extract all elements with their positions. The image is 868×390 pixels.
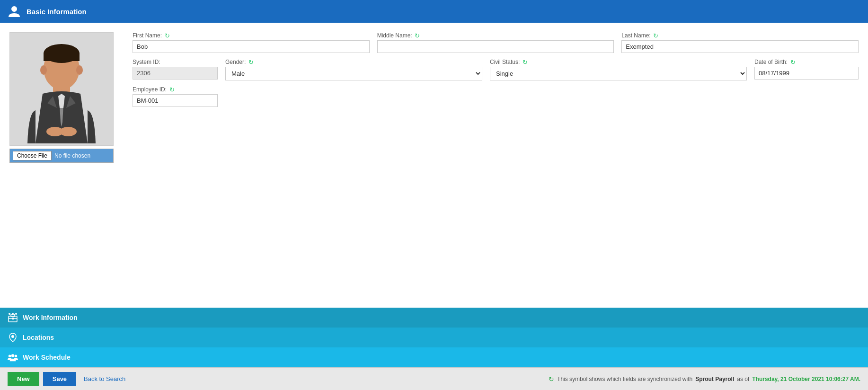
basic-info-section: Choose File No file chosen First Name: ↻…: [0, 23, 868, 308]
form-col: First Name: ↻ Middle Name: ↻ Last Name:: [133, 32, 859, 303]
avatar-box: [9, 32, 114, 146]
first-name-label: First Name: ↻: [133, 32, 370, 39]
employee-id-group: Employee ID: ↻: [133, 86, 218, 107]
first-name-sync-icon: ↻: [164, 32, 170, 39]
gender-select[interactable]: Male Female: [225, 67, 482, 80]
empid-row: Employee ID: ↻: [133, 86, 859, 107]
work-info-section[interactable]: Work Information: [0, 308, 868, 328]
employee-id-sync-icon: ↻: [168, 86, 175, 93]
as-of-text: as of: [737, 376, 749, 382]
civil-status-select[interactable]: Single Married Widowed Separated: [490, 67, 747, 80]
footer-bar: New Save Back to Search ↻ This symbol sh…: [0, 367, 868, 390]
first-name-group: First Name: ↻: [133, 32, 370, 53]
last-name-group: Last Name: ↻: [621, 32, 859, 53]
gender-group: Gender: ↻ Male Female: [225, 59, 482, 80]
dob-sync-icon: ↻: [789, 59, 796, 65]
system-id-input: [133, 67, 218, 80]
main-content: Choose File No file chosen First Name: ↻…: [0, 23, 868, 367]
sprout-brand: Sprout Payroll: [695, 376, 734, 382]
last-name-label: Last Name: ↻: [621, 32, 859, 39]
location-icon: [8, 332, 18, 343]
svg-rect-6: [44, 53, 80, 61]
work-schedule-section[interactable]: Work Schedule: [0, 347, 868, 367]
svg-point-10: [60, 127, 77, 136]
system-id-label: System ID:: [133, 59, 218, 65]
middle-name-label: Middle Name: ↻: [377, 32, 614, 39]
footer-left: New Save Back to Search: [8, 372, 129, 386]
gender-label: Gender: ↻: [225, 59, 482, 65]
work-schedule-label: Work Schedule: [23, 354, 71, 361]
civil-status-group: Civil Status: ↻ Single Married Widowed S…: [490, 59, 747, 80]
work-info-icon: [8, 312, 18, 323]
svg-point-20: [11, 354, 14, 357]
system-id-group: System ID:: [133, 59, 218, 80]
svg-point-18: [11, 335, 14, 338]
new-button[interactable]: New: [8, 372, 39, 386]
civil-status-sync-icon: ↻: [522, 59, 528, 65]
back-to-search-button[interactable]: Back to Search: [80, 372, 129, 386]
svg-point-16: [12, 313, 14, 315]
file-input-row[interactable]: Choose File No file chosen: [9, 149, 114, 163]
avatar-col: Choose File No file chosen: [9, 32, 123, 303]
svg-point-7: [40, 65, 47, 75]
svg-point-8: [76, 65, 83, 75]
name-row: First Name: ↻ Middle Name: ↻ Last Name:: [133, 32, 859, 53]
svg-point-19: [9, 355, 11, 358]
header-bar: Basic Information: [0, 0, 868, 23]
locations-label: Locations: [23, 334, 54, 341]
last-name-input[interactable]: [621, 40, 859, 53]
svg-rect-14: [12, 318, 14, 319]
first-name-input[interactable]: [133, 40, 370, 53]
file-label: No file chosen: [54, 152, 90, 159]
page-title: Basic Information: [27, 8, 87, 16]
locations-section[interactable]: Locations: [0, 328, 868, 347]
id-row: System ID: Gender: ↻ Male Female: [133, 59, 859, 80]
middle-name-sync-icon: ↻: [414, 32, 421, 39]
dob-label: Date of Birth: ↻: [754, 59, 859, 65]
person-icon: [7, 4, 22, 19]
middle-name-group: Middle Name: ↻: [377, 32, 614, 53]
work-info-label: Work Information: [23, 314, 78, 321]
work-schedule-icon: [8, 352, 18, 363]
sync-date: Thursday, 21 October 2021 10:06:27 AM.: [752, 376, 860, 382]
svg-point-0: [11, 6, 17, 12]
last-name-sync-icon: ↻: [653, 32, 659, 39]
footer-sync-icon: ↻: [549, 375, 554, 383]
sync-note-text: This symbol shows which fields are synch…: [557, 376, 692, 382]
choose-file-button[interactable]: Choose File: [13, 151, 52, 160]
footer-right: ↻ This symbol shows which fields are syn…: [549, 375, 860, 383]
avatar-svg: [14, 35, 109, 143]
civil-status-label: Civil Status: ↻: [490, 59, 747, 65]
svg-point-15: [9, 313, 10, 315]
svg-point-21: [15, 355, 17, 358]
svg-point-17: [15, 313, 17, 315]
dob-group: Date of Birth: ↻: [754, 59, 859, 80]
dob-input[interactable]: [754, 67, 859, 80]
employee-id-input[interactable]: [133, 94, 218, 107]
employee-id-label: Employee ID: ↻: [133, 86, 218, 93]
middle-name-input[interactable]: [377, 40, 614, 53]
gender-sync-icon: ↻: [248, 59, 254, 65]
save-button[interactable]: Save: [43, 372, 76, 386]
